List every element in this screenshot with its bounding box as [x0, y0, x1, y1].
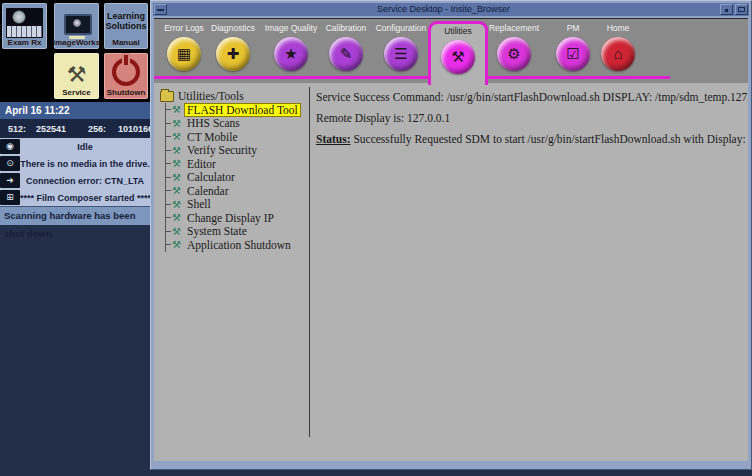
utilities-page: Utilities/Tools ⚒FLASH Download Tool ⚒HH…: [154, 83, 748, 461]
maximize-button[interactable]: [735, 4, 748, 15]
tab-replacement[interactable]: Replacement ⚙: [484, 21, 544, 83]
remote-display-line: Remote Display is: 127.0.0.1: [316, 112, 742, 124]
folder-icon: [160, 91, 174, 102]
window-menu-button[interactable]: [154, 4, 167, 15]
wrench-icon: ⚒: [67, 62, 87, 88]
application-launcher-grid: Exam Rx ImageWorks Learning Solutions Ma…: [0, 0, 150, 102]
tree-root-label: Utilities/Tools: [178, 90, 244, 102]
tool-icon: ⚒: [171, 104, 182, 115]
tool-icon: ⚒: [171, 118, 182, 129]
tree-item-calculator[interactable]: ⚒Calculator: [166, 171, 308, 185]
counter-512-value: 252541: [36, 124, 66, 134]
message-text: Connection error: CTN_LTA: [20, 176, 150, 186]
film-composer-icon: ◉: [0, 139, 20, 154]
tool-icon: ⚒: [171, 212, 182, 223]
tab-diagnostics[interactable]: Diagnostics ✚: [203, 21, 263, 83]
tree-item-calendar[interactable]: ⚒Calendar: [166, 184, 308, 198]
tree-item-shell[interactable]: ⚒Shell: [166, 198, 308, 212]
tab-button[interactable]: ✚: [216, 37, 250, 71]
tool-icon: ⚒: [171, 199, 182, 210]
tool-icon: ⚒: [171, 172, 182, 183]
film-frames-icon: ⊞: [0, 190, 20, 205]
manual-label: Manual: [112, 38, 140, 49]
tree-item-verify-security[interactable]: ⚒Verify Security: [166, 144, 308, 158]
tab-label: Utilities: [431, 24, 485, 38]
tool-icon: ⚒: [171, 185, 182, 196]
message-row: ➜ Connection error: CTN_LTA: [0, 172, 150, 189]
tree-item-change-display-ip[interactable]: ⚒Change Display IP: [166, 211, 308, 225]
minimize-button[interactable]: [720, 4, 733, 15]
service-command-line: Service Success Command: /usr/g/bin/star…: [316, 91, 742, 103]
status-line: Status: Successfully Requested SDM to st…: [316, 133, 742, 145]
tab-label: Diagnostics: [203, 21, 263, 35]
window-title: Service Desktop - Insite_Browser: [168, 3, 719, 16]
tool-icon: ⚒: [171, 239, 182, 250]
media-drive-icon: ⊙: [0, 156, 20, 171]
tool-icon: ⚒: [171, 226, 182, 237]
tab-label: Replacement: [484, 21, 544, 35]
clipboard-wrench-icon: ☑: [566, 37, 579, 71]
tab-utilities[interactable]: Utilities ⚒: [428, 21, 488, 85]
tab-button[interactable]: ⚒: [441, 40, 475, 74]
window-titlebar[interactable]: Service Desktop - Insite_Browser: [153, 3, 749, 16]
tab-home[interactable]: Home ⌂: [588, 21, 648, 83]
replacement-tool-icon: ⚙: [507, 37, 520, 71]
service-desktop-window: Service Desktop - Insite_Browser Error L…: [150, 0, 752, 470]
tool-icon: ⚒: [171, 145, 182, 156]
message-row: ⊞ **** Film Composer started ****: [0, 189, 150, 206]
message-text: There is no media in the drive.: [20, 159, 150, 169]
exam-rx-icon: [6, 8, 43, 38]
tab-strip: Error Logs ▦ Diagnostics ✚ Image Quality…: [154, 19, 748, 83]
tree-item-hhs-scans[interactable]: ⚒HHS Scans: [166, 117, 308, 131]
left-sidebar: Exam Rx ImageWorks Learning Solutions Ma…: [0, 0, 150, 476]
status-text: Successfully Requested SDM to start /usr…: [351, 133, 748, 145]
tab-calibration[interactable]: Calibration ✎: [316, 21, 376, 83]
service-button[interactable]: ⚒ Service: [54, 53, 99, 99]
manual-button[interactable]: Learning Solutions Manual: [104, 3, 148, 49]
tab-button[interactable]: ⌂: [601, 37, 635, 71]
tab-button[interactable]: ★: [274, 37, 308, 71]
tab-button[interactable]: ⚙: [497, 37, 531, 71]
panel-divider: [309, 87, 310, 437]
tree-item-system-state[interactable]: ⚒System State: [166, 225, 308, 239]
screwdriver-icon: ✎: [340, 37, 353, 71]
settings-list-icon: ☰: [394, 37, 407, 71]
tool-icon: ⚒: [171, 158, 182, 169]
tab-image-quality[interactable]: Image Quality ★: [261, 21, 321, 83]
tab-label: Calibration: [316, 21, 376, 35]
system-message-panel: ◉ Idle ⊙ There is no media in the drive.…: [0, 138, 150, 206]
tree-item-flash-download-tool[interactable]: ⚒FLASH Download Tool: [166, 103, 308, 117]
utilities-tree: Utilities/Tools ⚒FLASH Download Tool ⚒HH…: [156, 89, 308, 437]
datetime-bar: April 16 11:22: [0, 102, 150, 119]
tool-icon: ⚒: [171, 131, 182, 142]
tree-root[interactable]: Utilities/Tools: [160, 89, 308, 103]
scan-status-banner: Scanning hardware has been shut down.: [0, 206, 150, 225]
exam-rx-button[interactable]: Exam Rx: [2, 3, 47, 49]
power-icon: [112, 58, 140, 86]
message-row: ◉ Idle: [0, 138, 150, 155]
tab-button[interactable]: ▦: [167, 37, 201, 71]
counter-bar: 512: 252541 256: 1010166: [0, 119, 150, 138]
learning-solutions-text: Learning Solutions: [104, 3, 148, 38]
tab-label: Image Quality: [261, 21, 321, 35]
counter-256-label: 256:: [88, 124, 106, 134]
tree-item-ct-mobile[interactable]: ⚒CT Mobile: [166, 130, 308, 144]
star-monitor-icon: ★: [284, 37, 297, 71]
tree-item-application-shutdown[interactable]: ⚒Application Shutdown: [166, 238, 308, 252]
tree-item-editor[interactable]: ⚒Editor: [166, 157, 308, 171]
home-icon: ⌂: [613, 37, 622, 71]
message-row: ⊙ There is no media in the drive.: [0, 155, 150, 172]
counter-256-value: 1010166: [118, 124, 153, 134]
window-content: Error Logs ▦ Diagnostics ✚ Image Quality…: [154, 18, 748, 461]
tab-button[interactable]: ☰: [384, 37, 418, 71]
flash-download-output: Service Success Command: /usr/g/bin/star…: [316, 91, 742, 154]
message-text: Idle: [20, 142, 150, 152]
imageworks-button[interactable]: ImageWorks: [54, 3, 99, 49]
monitor-icon: [64, 14, 90, 38]
shutdown-button[interactable]: Shutdown: [104, 53, 148, 99]
network-transfer-icon: ➜: [0, 173, 20, 188]
counter-512-label: 512:: [8, 124, 26, 134]
tab-button[interactable]: ✎: [329, 37, 363, 71]
tab-configuration[interactable]: Configuration ☰: [371, 21, 431, 83]
tab-button[interactable]: ☑: [556, 37, 590, 71]
